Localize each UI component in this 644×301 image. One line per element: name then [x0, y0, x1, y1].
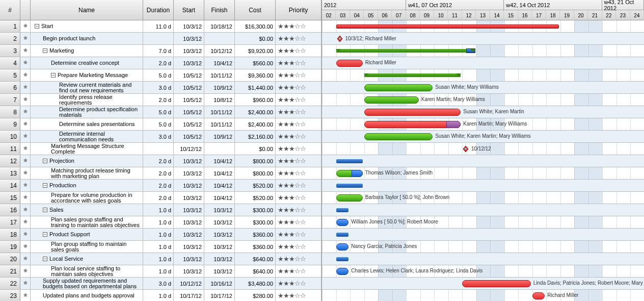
duration-cell[interactable]: 5.0 d: [143, 118, 174, 130]
task-name-cell[interactable]: −Start: [31, 20, 143, 32]
gantt-bar[interactable]: [336, 184, 363, 188]
task-row[interactable]: 3−Marketing7.0 d10/3/1210/12/12$9,920.00…: [0, 45, 321, 57]
start-cell[interactable]: 10/3/12: [174, 20, 204, 32]
priority-stars[interactable]: ★★★☆☆: [278, 206, 306, 214]
task-row[interactable]: 23Updated plans and budgets approval1.0 …: [0, 290, 321, 301]
outline-toggle[interactable]: −: [43, 159, 47, 163]
start-cell[interactable]: 10/5/12: [174, 131, 204, 142]
gantt-row[interactable]: [322, 69, 644, 82]
gantt-row[interactable]: Susan White; Mary Williams: [322, 82, 644, 94]
task-name-cell[interactable]: Plan sales group staffing and training t…: [31, 216, 143, 228]
priority-stars[interactable]: ★★★☆☆: [278, 267, 306, 275]
task-row[interactable]: 20−Local Service1.0 d10/3/1210/3/12$640.…: [0, 253, 321, 265]
cost-cell[interactable]: $0.00: [235, 143, 276, 155]
priority-stars[interactable]: ★★★☆☆: [278, 231, 306, 238]
priority-stars[interactable]: ★★★☆☆: [278, 194, 306, 202]
priority-stars[interactable]: ★★★☆☆: [278, 71, 306, 79]
cost-cell[interactable]: $2,400.00: [235, 106, 276, 118]
gantt-row[interactable]: 10/12/12: [322, 143, 644, 155]
finish-cell[interactable]: [204, 143, 235, 155]
duration-cell[interactable]: 1.0 d: [143, 265, 174, 277]
finish-cell[interactable]: 10/11/12: [204, 106, 235, 118]
finish-cell[interactable]: 10/3/12: [204, 204, 235, 216]
task-name-cell[interactable]: Determine product specification material…: [31, 106, 143, 118]
finish-cell[interactable]: 10/8/12: [204, 94, 235, 106]
task-name-cell[interactable]: Determine internal communication needs: [31, 131, 143, 142]
row-number[interactable]: 15: [0, 192, 20, 204]
gantt-bar[interactable]: Charles Lewis; Helen Clark; Laura Rodrig…: [336, 268, 349, 275]
priority-stars[interactable]: ★★★☆☆: [278, 96, 306, 104]
start-cell[interactable]: 10/3/12: [174, 33, 204, 44]
duration-cell[interactable]: 1.0 d: [143, 204, 174, 216]
task-row[interactable]: 13Matching product release timing with m…: [0, 167, 321, 180]
task-row[interactable]: 2Begin product launch10/3/12$0.00★★★☆☆: [0, 33, 321, 45]
finish-cell[interactable]: 10/17/12: [204, 290, 235, 301]
task-row[interactable]: 21Plan local service staffing to maintai…: [0, 265, 321, 278]
start-cell[interactable]: 10/5/12: [174, 106, 204, 118]
gantt-bar[interactable]: Susan White; Mary Williams: [364, 84, 433, 91]
cost-cell[interactable]: $300.00: [235, 216, 276, 228]
col-header-num[interactable]: #: [0, 0, 20, 20]
task-row[interactable]: 8Determine product specification materia…: [0, 106, 321, 118]
gantt-bar[interactable]: William Jones [ 50.0 %]; Robert Moore: [336, 219, 349, 226]
task-name-cell[interactable]: Plan local service staffing to maintain …: [31, 265, 143, 277]
start-cell[interactable]: 10/5/12: [174, 69, 204, 81]
row-number[interactable]: 18: [0, 229, 20, 240]
task-row[interactable]: 5−Prepare Marketing Message5.0 d10/5/121…: [0, 69, 321, 82]
gantt-row[interactable]: William Jones [ 50.0 %]; Robert Moore: [322, 216, 644, 229]
task-row[interactable]: 15Prepare for volume production in accor…: [0, 192, 321, 204]
duration-cell[interactable]: [143, 143, 174, 155]
outline-toggle[interactable]: −: [43, 48, 47, 53]
task-row[interactable]: 16−Sales1.0 d10/3/1210/3/12$300.00★★★☆☆: [0, 204, 321, 216]
start-cell[interactable]: 10/3/12: [174, 253, 204, 265]
task-name-cell[interactable]: −Production: [31, 180, 143, 191]
cost-cell[interactable]: $0.00: [235, 33, 276, 44]
cost-cell[interactable]: $9,360.00: [235, 69, 276, 81]
start-cell[interactable]: 10/3/12: [174, 204, 204, 216]
finish-cell[interactable]: 10/3/12: [204, 229, 235, 240]
gantt-bar[interactable]: Richard Miller: [532, 292, 545, 299]
col-header-info[interactable]: [20, 0, 31, 20]
duration-cell[interactable]: 3.0 d: [143, 82, 174, 93]
finish-cell[interactable]: 10/4/12: [204, 167, 235, 179]
start-cell[interactable]: 10/3/12: [174, 192, 204, 204]
gantt-row[interactable]: [322, 155, 644, 167]
gantt-bar[interactable]: Thomas Wilson; James Smith: [336, 170, 363, 177]
gantt-row[interactable]: Nancy Garcia; Patricia Jones: [322, 241, 644, 253]
cost-cell[interactable]: $360.00: [235, 241, 276, 253]
priority-stars[interactable]: ★★★☆☆: [278, 157, 306, 165]
task-row[interactable]: 9Determine sales presentations5.0 d10/5/…: [0, 118, 321, 131]
task-name-cell[interactable]: −Marketing: [31, 45, 143, 57]
start-cell[interactable]: 10/3/12: [174, 155, 204, 167]
task-name-cell[interactable]: −Sales: [31, 204, 143, 216]
task-name-cell[interactable]: −Projection: [31, 155, 143, 167]
task-name-cell[interactable]: Determine sales presentations: [31, 118, 143, 130]
priority-stars[interactable]: ★★★☆☆: [278, 169, 306, 177]
gantt-bar[interactable]: [336, 208, 349, 212]
finish-cell[interactable]: 10/3/12: [204, 253, 235, 265]
finish-cell[interactable]: 10/12/12: [204, 45, 235, 57]
row-number[interactable]: 9: [0, 118, 20, 130]
cost-cell[interactable]: $960.00: [235, 94, 276, 106]
col-header-finish[interactable]: Finish: [204, 0, 235, 20]
gantt-bar[interactable]: [336, 257, 349, 261]
row-number[interactable]: 23: [0, 290, 20, 301]
col-header-name[interactable]: Name: [31, 0, 143, 20]
gantt-row[interactable]: 10/3/12; Richard Miller: [322, 33, 644, 45]
start-cell[interactable]: 10/5/12: [174, 118, 204, 130]
task-name-cell[interactable]: −Prepare Marketing Message: [31, 69, 143, 81]
cost-cell[interactable]: $560.00: [235, 57, 276, 69]
finish-cell[interactable]: 10/4/12: [204, 180, 235, 191]
finish-cell[interactable]: 10/11/12: [204, 118, 235, 130]
priority-stars[interactable]: ★★★☆☆: [278, 243, 306, 250]
row-number[interactable]: 16: [0, 204, 20, 216]
task-name-cell[interactable]: Prepare for volume production in accorda…: [31, 192, 143, 204]
start-cell[interactable]: 10/12/12: [174, 143, 204, 155]
start-cell[interactable]: 10/3/12: [174, 216, 204, 228]
priority-stars[interactable]: ★★★☆☆: [278, 35, 306, 42]
task-name-cell[interactable]: Review current materials and find out ne…: [31, 82, 143, 93]
row-number[interactable]: 7: [0, 94, 20, 106]
row-number[interactable]: 17: [0, 216, 20, 228]
priority-stars[interactable]: ★★★☆☆: [278, 59, 306, 67]
col-header-priority[interactable]: Priority: [276, 0, 321, 20]
